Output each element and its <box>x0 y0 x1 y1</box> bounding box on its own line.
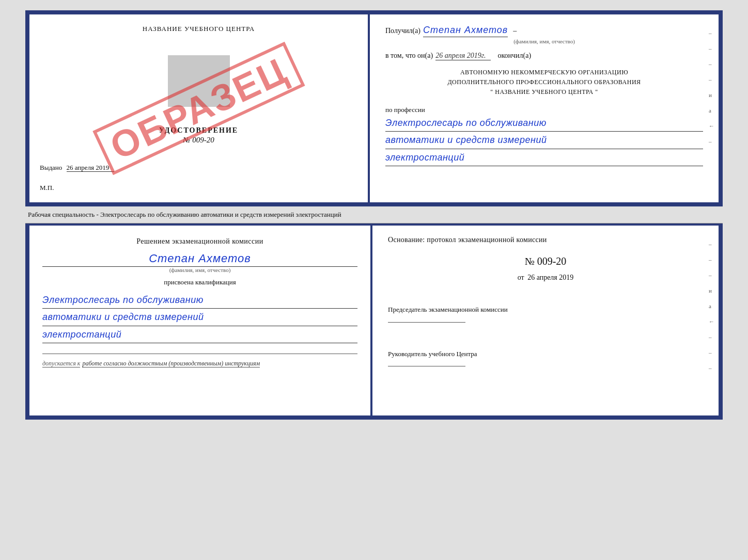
director-label: Руководитель учебного Центра <box>388 349 703 360</box>
person-name-block: Степан Ахметов (фамилия, имя, отчество) <box>42 252 357 273</box>
date-suffix: окончил(а) <box>497 52 531 60</box>
protocol-date: от 26 апреля 2019 <box>388 274 703 282</box>
cert-number: № 009-20 <box>159 136 238 145</box>
qual-line-2: автоматики и средств измерений <box>42 309 357 326</box>
date-line: в том, что он(а) 26 апреля 2019г. окончи… <box>385 52 703 60</box>
person-name-large: Степан Ахметов <box>42 252 357 267</box>
recipient-name: Степан Ахметов <box>423 25 508 37</box>
cert-title-block: УДОСТОВЕРЕНИЕ № 009-20 <box>159 126 238 145</box>
commission-title: Решением экзаменационной комиссии <box>42 236 357 247</box>
top-left-page: НАЗВАНИЕ УЧЕБНОГО ЦЕНТРА УДОСТОВЕРЕНИЕ №… <box>29 14 370 202</box>
recipient-subtext: (фамилия, имя, отчество) <box>385 38 703 44</box>
profession-value-3: электростанций <box>385 149 703 166</box>
document-wrapper: НАЗВАНИЕ УЧЕБНОГО ЦЕНТРА УДОСТОВЕРЕНИЕ №… <box>25 10 723 420</box>
date-prefix: в том, что он(а) <box>385 52 433 60</box>
recipient-label: Получил(а) <box>385 27 420 35</box>
recipient-block: Получил(а) Степан Ахметов – (фамилия, им… <box>385 25 703 44</box>
issued-date: Выдано 26 апреля 2019 <box>40 164 357 172</box>
допускается-value: работе согласно должностным (производств… <box>82 360 260 367</box>
qualification-block: Электрослесарь по обслуживанию автоматик… <box>42 292 357 343</box>
qual-line-3: электростанций <box>42 326 357 343</box>
qual-line-1: Электрослесарь по обслуживанию <box>42 292 357 309</box>
profession-value-2: автоматики и средств измерений <box>385 132 703 149</box>
profession-value-1: Электрослесарь по обслуживанию <box>385 115 703 132</box>
recipient-line: Получил(а) Степан Ахметов – <box>385 25 703 37</box>
person-subtext: (фамилия, имя, отчество) <box>42 267 357 273</box>
bottom-document: Решением экзаменационной комиссии Степан… <box>25 223 723 420</box>
bottom-right-page: Основание: протокол экзаменационной коми… <box>372 226 719 415</box>
cert-title: УДОСТОВЕРЕНИЕ <box>159 126 238 135</box>
date-value: 26 апреля 2019г. <box>435 52 491 60</box>
допускается-block: допускается к работе согласно должностны… <box>42 354 357 367</box>
bottom-left-page: Решением экзаменационной комиссии Степан… <box>29 226 372 415</box>
director-block: Руководитель учебного Центра <box>388 349 703 371</box>
chairman-sig-line <box>388 322 465 323</box>
chairman-label: Председатель экзаменационной комиссии <box>388 305 703 315</box>
mp-text: М.П. <box>40 184 54 192</box>
chairman-block: Председатель экзаменационной комиссии <box>388 305 703 326</box>
spacer2 <box>388 332 703 343</box>
protocol-date-prefix: от <box>518 274 524 281</box>
допускается-label: допускается к <box>42 360 80 367</box>
org-line3: " НАЗВАНИЕ УЧЕБНОГО ЦЕНТРА " <box>385 87 703 97</box>
right-margin-marks-bottom: – – – и а ← – – – <box>709 241 714 371</box>
profession-block: по профессии Электрослесарь по обслужива… <box>385 105 703 167</box>
top-right-page: Получил(а) Степан Ахметов – (фамилия, им… <box>370 14 719 202</box>
org-line2: ДОПОЛНИТЕЛЬНОГО ПРОФЕССИОНАЛЬНОГО ОБРАЗО… <box>385 77 703 87</box>
org-line1: АВТОНОМНУЮ НЕКОММЕРЧЕСКУЮ ОРГАНИЗАЦИЮ <box>385 68 703 77</box>
school-name-top: НАЗВАНИЕ УЧЕБНОГО ЦЕНТРА <box>143 25 255 33</box>
profession-label: по профессии <box>385 105 703 115</box>
separator-text: Рабочая специальность - Электрослесарь п… <box>25 206 723 223</box>
director-sig-line <box>388 366 465 366</box>
protocol-number: № 009-20 <box>388 255 703 267</box>
top-document: НАЗВАНИЕ УЧЕБНОГО ЦЕНТРА УДОСТОВЕРЕНИЕ №… <box>25 10 723 206</box>
issued-label: Выдано <box>40 164 62 171</box>
issued-date-value: 26 апреля 2019 <box>67 164 115 172</box>
org-block: АВТОНОМНУЮ НЕКОММЕРЧЕСКУЮ ОРГАНИЗАЦИЮ ДО… <box>385 68 703 98</box>
right-margin-marks: – – – – и а ← – <box>709 30 714 145</box>
protocol-date-value: 26 апреля 2019 <box>527 274 573 281</box>
photo-placeholder <box>168 55 230 107</box>
basis-title: Основание: протокол экзаменационной коми… <box>388 236 703 244</box>
spacer <box>388 288 703 298</box>
qualification-label: присвоена квалификация <box>42 278 357 286</box>
